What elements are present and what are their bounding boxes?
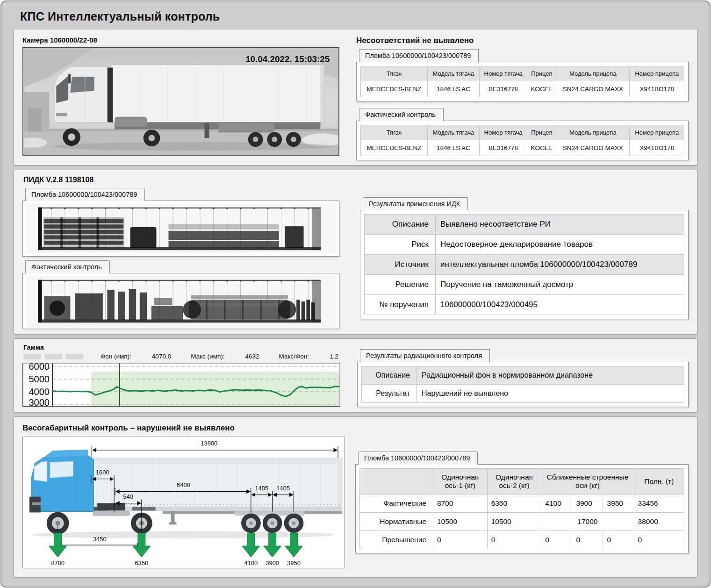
cell: SN24 CARGO MAXX	[556, 140, 630, 156]
row-label: № поручения	[365, 295, 436, 315]
row-label: Источник	[365, 255, 436, 275]
cell: 38000	[634, 513, 684, 531]
table-row: Результат Нарушений не выявлено	[362, 385, 684, 403]
col-header: Прицеп	[527, 125, 556, 140]
tab-seal[interactable]: Пломба 10600000/100423/000789	[359, 49, 479, 62]
weight-table-box: Одиночная ось-1 (кг) Одиночная ось-2 (кг…	[355, 464, 689, 553]
ytick-label: 6000	[29, 363, 50, 372]
status-heading: Несоответствий не выявлено	[356, 36, 689, 45]
weight-panel: Весогабаритный контроль – нарушений не в…	[14, 416, 697, 577]
row-value: 106000000/100423/000495	[436, 295, 684, 315]
seal-vehicle-table-box: Тягач Модель тягача Номер тягача Прицеп …	[356, 62, 689, 101]
xray-fact-tabbox: Фактический контроль	[22, 260, 352, 329]
col-header: Прицеп	[527, 66, 556, 81]
gamma-chart-section: Гамма Фон (имп): 4070.0 Макс (имп): 4632…	[22, 344, 350, 406]
cell: 10500	[433, 513, 487, 531]
col-header: Модель прицепа	[556, 66, 630, 81]
legend-value: 1.2	[330, 353, 338, 360]
tab-xray-fact[interactable]: Фактический контроль	[25, 260, 110, 273]
legend-value: 4632	[245, 353, 259, 360]
cell: 6350	[487, 495, 541, 513]
row-label: Риск	[365, 235, 436, 255]
legend-swatch	[23, 354, 41, 359]
legend-swatch	[65, 354, 83, 359]
camera-photo: 10.04.2022. 15:03:25	[22, 47, 339, 156]
weight-results-section: Пломба 10600000/100423/000789 Одиночная …	[355, 452, 689, 568]
gamma-chart: 6000 5000 4000 3000	[22, 363, 340, 407]
table-row: № поручения 106000000/100423/000495	[365, 295, 684, 315]
col-header: Тягач	[361, 66, 428, 81]
radiation-results-table: Описание Радиационный фон в нормированно…	[361, 366, 684, 403]
dim-t1: 1405	[255, 485, 268, 492]
cell: 0	[572, 531, 603, 549]
row-value: Радиационный фон в нормированном диапазо…	[417, 366, 684, 385]
row-label: Описание	[365, 215, 436, 235]
pidk-heading: ПИДК V.2.8 1198108	[23, 176, 689, 184]
dim-mid: 6400	[177, 481, 190, 488]
col-header: Номер прицепа	[630, 66, 684, 81]
radiation-results-box: Описание Радиационный фон в нормированно…	[357, 362, 689, 407]
seal-vehicle-table: Тягач Модель тягача Номер тягача Прицеп …	[360, 66, 684, 97]
xray-image-fact	[26, 276, 336, 326]
xray-image-seal	[26, 204, 336, 253]
load-label: 4100	[244, 559, 258, 566]
cell: 3900	[572, 495, 603, 513]
cell: X941BO178	[630, 81, 684, 97]
gamma-legend: Фон (имп): 4070.0 Макс (имп): 4632 Макс/…	[23, 352, 350, 360]
col-header: Номер тягача	[479, 66, 527, 81]
tab-xray-seal[interactable]: Пломба 10600000/100423/000789	[25, 188, 145, 201]
col-header: Сближенные строенные оси (кг)	[541, 469, 634, 495]
gamma-heading: Гамма	[23, 344, 350, 351]
table-row: Описание Радиационный фон в нормированно…	[362, 366, 684, 385]
row-label: Превышение	[360, 531, 433, 549]
tab-idk-results[interactable]: Результаты применения ИДК	[363, 197, 468, 210]
cell: 4100	[541, 495, 572, 513]
cell: 8700	[433, 495, 487, 513]
fact-vehicle-table-box: Тягач Модель тягача Номер тягача Прицеп …	[356, 121, 689, 160]
cell: BE316778	[479, 140, 527, 156]
dim-total: 13900	[201, 440, 217, 447]
table-row: MERCEDES-BENZ 1846 LS AC BE316778 KOGEL …	[361, 81, 684, 97]
idk-results-box: Описание Выявлено несоответствие РИ Риск…	[360, 210, 689, 319]
camera-heading: Камера 1060000/22-08	[22, 36, 346, 44]
truck-photo-image: 10.04.2022. 15:03:25	[23, 48, 338, 155]
tab-weight-seal[interactable]: Пломба 10600000/100423/000789	[358, 452, 478, 465]
weight-heading: Весогабаритный контроль – нарушений не в…	[22, 423, 689, 433]
cell: MERCEDES-BENZ	[361, 81, 428, 97]
load-label: 3900	[266, 559, 279, 566]
col-header: Полн. (т)	[634, 469, 684, 495]
row-label: Нормативные	[360, 513, 433, 531]
col-header: Модель тягача	[428, 66, 479, 81]
tab-fact-control[interactable]: Фактический контроль	[359, 108, 444, 121]
camera-panel: Камера 1060000/22-08	[14, 29, 697, 165]
app-window: КПС Интеллектуальный контроль Камера 106…	[0, 0, 711, 588]
col-header: Одиночная ось-1 (кг)	[433, 469, 487, 495]
cell: 0	[603, 531, 634, 549]
row-label: Решение	[365, 275, 436, 295]
row-value: Нарушений не выявлено	[417, 385, 684, 403]
col-header: Номер тягача	[479, 125, 527, 140]
cell: 17000	[541, 513, 634, 531]
legend-label: Фон (имп):	[101, 353, 131, 360]
tab-radiation-results[interactable]: Результаты радиационного контроля	[360, 349, 490, 362]
photo-timestamp: 10.04.2022. 15:03:25	[245, 54, 330, 64]
pidk-panel: ПИДК V.2.8 1198108 Пломба 10600000/10042…	[14, 170, 697, 334]
dim-small: 540	[123, 493, 133, 500]
camera-photo-section: Камера 1060000/22-08	[22, 35, 346, 159]
cell: 1846 LS AC	[428, 81, 479, 97]
legend-label: Макс (имп):	[191, 353, 224, 360]
ytick-label: 3000	[29, 397, 50, 407]
dim-axle: 3450	[93, 536, 107, 543]
fact-vehicle-table: Тягач Модель тягача Номер тягача Прицеп …	[360, 125, 684, 156]
load-label: 8700	[51, 559, 65, 566]
truck-diagram: 13900 1600 6400 540 1405 1405 3450	[22, 437, 345, 568]
load-label: 3950	[287, 559, 301, 566]
cell: 3950	[603, 495, 634, 513]
ground-shadow	[32, 531, 335, 538]
cell: 1846 LS AC	[428, 140, 479, 156]
row-value: интеллектуальная пломба 106000000/100423…	[436, 255, 684, 275]
gamma-panel: Гамма Фон (имп): 4070.0 Макс (имп): 4632…	[14, 338, 697, 412]
table-row: Решение Поручение на таможенный досмотр	[365, 275, 684, 295]
gamma-normal-zone	[91, 372, 339, 406]
legend-label: Макс/Фон:	[279, 353, 309, 360]
